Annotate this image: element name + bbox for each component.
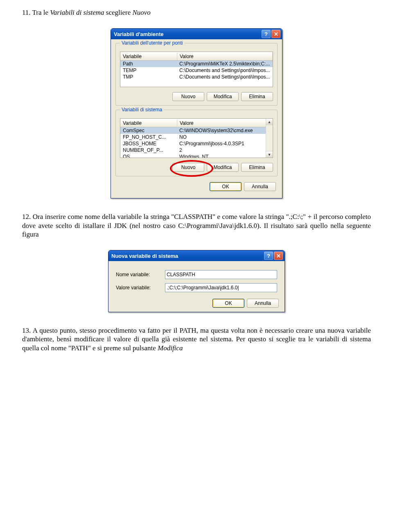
- close-icon[interactable]: ✕: [274, 252, 283, 260]
- dialog-title: Nuova variabile di sistema: [111, 253, 178, 259]
- system-new-button[interactable]: Nuovo: [172, 163, 204, 172]
- titlebar: Nuova variabile di sistema ? ✕: [108, 250, 285, 261]
- close-icon[interactable]: ✕: [271, 30, 280, 38]
- cancel-button[interactable]: Annulla: [244, 182, 276, 191]
- paragraph-11: 11. Tra le Variabili di sistema sceglier…: [22, 8, 371, 17]
- scroll-down-icon[interactable]: ▼: [266, 151, 273, 158]
- paragraph-13: 13. A questo punto, stesso procedimento …: [22, 326, 371, 352]
- list-row[interactable]: OSWindows_NT: [120, 153, 273, 158]
- ok-button[interactable]: OK: [210, 182, 242, 191]
- paragraph-12: 12. Ora inserire come nome della variabi…: [22, 212, 371, 239]
- name-input[interactable]: [165, 270, 277, 279]
- dialog-title: Variabili d'ambiente: [114, 31, 164, 37]
- name-label: Nome variabile:: [116, 272, 165, 277]
- figure-env-vars: Variabili d'ambiente ? ✕ Variabili dell'…: [22, 28, 371, 198]
- list-row[interactable]: NUMBER_OF_P...2: [120, 147, 273, 153]
- user-vars-list[interactable]: Variabile Valore PathC:\Programmi\MiKTeX…: [120, 52, 273, 87]
- list-row[interactable]: TMPC:\Documents and Settings\ponti\Impos…: [120, 74, 273, 80]
- scrollbar[interactable]: ▲ ▼: [266, 119, 273, 158]
- user-vars-group: Variabili dell'utente per ponti Variabil…: [115, 43, 278, 106]
- system-vars-list[interactable]: Variabile Valore ComSpecC:\WINDOWS\syste…: [120, 118, 273, 158]
- user-modify-button[interactable]: Modifica: [207, 92, 239, 101]
- titlebar: Variabili d'ambiente ? ✕: [111, 29, 282, 39]
- value-input[interactable]: [165, 283, 277, 292]
- help-icon[interactable]: ?: [264, 252, 273, 260]
- list-row[interactable]: FP_NO_HOST_C...NO: [120, 134, 273, 140]
- figure-new-var: Nuova variabile di sistema ? ✕ Nome vari…: [22, 250, 371, 312]
- list-row[interactable]: JBOSS_HOMEC:\Programmi\jboss-4.0.3SP1: [120, 140, 273, 147]
- ok-button[interactable]: OK: [212, 299, 244, 308]
- cancel-button[interactable]: Annulla: [247, 299, 279, 308]
- system-delete-button[interactable]: Elimina: [241, 163, 273, 172]
- user-vars-legend: Variabili dell'utente per ponti: [120, 40, 185, 46]
- list-row[interactable]: PathC:\Programmi\MiKTeX 2.5\miktex\bin;C…: [120, 61, 273, 67]
- help-icon[interactable]: ?: [262, 30, 271, 38]
- col-value[interactable]: Valore: [177, 119, 273, 127]
- env-dialog: Variabili d'ambiente ? ✕ Variabili dell'…: [111, 28, 282, 198]
- user-new-button[interactable]: Nuovo: [172, 92, 204, 101]
- new-var-dialog: Nuova variabile di sistema ? ✕ Nome vari…: [108, 250, 285, 312]
- user-delete-button[interactable]: Elimina: [241, 92, 273, 101]
- system-vars-group: Variabili di sistema Variabile Valore Co…: [115, 110, 278, 176]
- col-variable[interactable]: Variabile: [120, 53, 177, 60]
- system-vars-legend: Variabili di sistema: [120, 107, 164, 113]
- system-modify-button[interactable]: Modifica: [207, 163, 239, 172]
- list-row[interactable]: ComSpecC:\WINDOWS\system32\cmd.exe: [120, 127, 273, 134]
- col-variable[interactable]: Variabile: [120, 119, 177, 127]
- col-value[interactable]: Valore: [177, 53, 273, 60]
- list-row[interactable]: TEMPC:\Documents and Settings\ponti\Impo…: [120, 67, 273, 74]
- value-label: Valore variabile:: [116, 285, 165, 291]
- scroll-up-icon[interactable]: ▲: [266, 119, 273, 125]
